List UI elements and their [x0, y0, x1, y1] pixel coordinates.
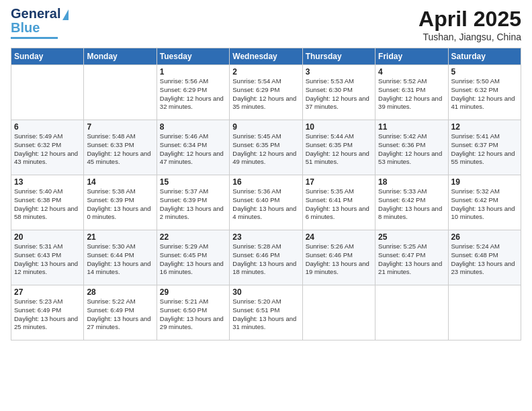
day-info: Sunrise: 5:56 AMSunset: 6:29 PMDaylight:…: [160, 77, 226, 111]
day-info: Sunrise: 5:54 AMSunset: 6:29 PMDaylight:…: [232, 77, 299, 111]
weekday-header-wednesday: Wednesday: [230, 48, 302, 65]
day-info: Sunrise: 5:21 AMSunset: 6:50 PMDaylight:…: [160, 298, 226, 332]
day-number: 29: [160, 287, 226, 297]
day-number: 28: [87, 287, 153, 297]
calendar-cell: 29Sunrise: 5:21 AMSunset: 6:50 PMDayligh…: [157, 285, 229, 340]
day-number: 21: [87, 232, 153, 242]
calendar-cell: 21Sunrise: 5:30 AMSunset: 6:44 PMDayligh…: [84, 230, 157, 285]
day-number: 19: [451, 177, 518, 187]
subtitle: Tushan, Jiangsu, China: [418, 32, 521, 42]
day-number: 27: [14, 287, 81, 297]
calendar-cell: 20Sunrise: 5:31 AMSunset: 6:43 PMDayligh…: [11, 230, 84, 285]
day-info: Sunrise: 5:33 AMSunset: 6:42 PMDaylight:…: [378, 187, 445, 222]
day-info: Sunrise: 5:44 AMSunset: 6:35 PMDaylight:…: [306, 132, 372, 167]
day-number: 13: [14, 177, 81, 187]
day-info: Sunrise: 5:40 AMSunset: 6:38 PMDaylight:…: [14, 187, 81, 222]
day-number: 1: [160, 67, 226, 77]
calendar-cell: 1Sunrise: 5:56 AMSunset: 6:29 PMDaylight…: [157, 65, 229, 120]
day-number: 14: [87, 177, 153, 187]
week-row-3: 13Sunrise: 5:40 AMSunset: 6:38 PMDayligh…: [11, 175, 521, 230]
calendar-cell: 8Sunrise: 5:46 AMSunset: 6:34 PMDaylight…: [157, 120, 229, 175]
calendar-cell: 18Sunrise: 5:33 AMSunset: 6:42 PMDayligh…: [375, 175, 448, 230]
day-number: 8: [160, 122, 226, 132]
day-number: 5: [451, 67, 518, 77]
calendar-cell: [84, 65, 157, 120]
calendar-cell: [11, 65, 84, 120]
week-row-4: 20Sunrise: 5:31 AMSunset: 6:43 PMDayligh…: [11, 230, 521, 285]
day-info: Sunrise: 5:42 AMSunset: 6:36 PMDaylight:…: [378, 132, 445, 167]
calendar-cell: 5Sunrise: 5:50 AMSunset: 6:32 PMDaylight…: [448, 65, 521, 120]
calendar-cell: 7Sunrise: 5:48 AMSunset: 6:33 PMDaylight…: [84, 120, 157, 175]
calendar-cell: 4Sunrise: 5:52 AMSunset: 6:31 PMDaylight…: [375, 65, 448, 120]
day-number: 18: [378, 177, 445, 187]
day-info: Sunrise: 5:46 AMSunset: 6:34 PMDaylight:…: [160, 132, 226, 167]
day-number: 16: [232, 177, 299, 187]
day-number: 7: [87, 122, 153, 132]
page: General Blue April 2025 Tushan, Jiangsu,…: [0, 0, 532, 411]
calendar-cell: 15Sunrise: 5:37 AMSunset: 6:39 PMDayligh…: [157, 175, 229, 230]
day-info: Sunrise: 5:25 AMSunset: 6:47 PMDaylight:…: [378, 242, 445, 277]
day-number: 6: [14, 122, 81, 132]
day-info: Sunrise: 5:52 AMSunset: 6:31 PMDaylight:…: [378, 77, 445, 111]
header: General Blue April 2025 Tushan, Jiangsu,…: [11, 7, 521, 42]
title-block: April 2025 Tushan, Jiangsu, China: [418, 7, 521, 42]
calendar-cell: 14Sunrise: 5:38 AMSunset: 6:39 PMDayligh…: [84, 175, 157, 230]
day-info: Sunrise: 5:49 AMSunset: 6:32 PMDaylight:…: [14, 132, 81, 167]
day-number: 24: [306, 232, 372, 242]
day-info: Sunrise: 5:36 AMSunset: 6:40 PMDaylight:…: [232, 187, 299, 222]
day-info: Sunrise: 5:31 AMSunset: 6:43 PMDaylight:…: [14, 242, 81, 277]
day-info: Sunrise: 5:20 AMSunset: 6:51 PMDaylight:…: [232, 298, 299, 332]
calendar-cell: 26Sunrise: 5:24 AMSunset: 6:48 PMDayligh…: [448, 230, 521, 285]
day-number: 2: [232, 67, 299, 77]
weekday-header-friday: Friday: [375, 48, 448, 65]
weekday-header-saturday: Saturday: [448, 48, 521, 65]
day-info: Sunrise: 5:28 AMSunset: 6:46 PMDaylight:…: [232, 242, 299, 277]
calendar-cell: 6Sunrise: 5:49 AMSunset: 6:32 PMDaylight…: [11, 120, 84, 175]
day-number: 4: [378, 67, 445, 77]
calendar-cell: 16Sunrise: 5:36 AMSunset: 6:40 PMDayligh…: [230, 175, 302, 230]
main-title: April 2025: [418, 7, 521, 32]
calendar-cell: 3Sunrise: 5:53 AMSunset: 6:30 PMDaylight…: [302, 65, 375, 120]
day-number: 22: [160, 232, 226, 242]
calendar-cell: [448, 285, 521, 340]
calendar-cell: 9Sunrise: 5:45 AMSunset: 6:35 PMDaylight…: [230, 120, 302, 175]
weekday-header-thursday: Thursday: [302, 48, 375, 65]
day-info: Sunrise: 5:45 AMSunset: 6:35 PMDaylight:…: [232, 132, 299, 167]
day-number: 26: [451, 232, 518, 242]
calendar-cell: 23Sunrise: 5:28 AMSunset: 6:46 PMDayligh…: [230, 230, 302, 285]
calendar-cell: 28Sunrise: 5:22 AMSunset: 6:49 PMDayligh…: [84, 285, 157, 340]
calendar-cell: 11Sunrise: 5:42 AMSunset: 6:36 PMDayligh…: [375, 120, 448, 175]
calendar-cell: 10Sunrise: 5:44 AMSunset: 6:35 PMDayligh…: [302, 120, 375, 175]
calendar-cell: 24Sunrise: 5:26 AMSunset: 6:46 PMDayligh…: [302, 230, 375, 285]
day-info: Sunrise: 5:50 AMSunset: 6:32 PMDaylight:…: [451, 77, 518, 111]
calendar-cell: 12Sunrise: 5:41 AMSunset: 6:37 PMDayligh…: [448, 120, 521, 175]
day-info: Sunrise: 5:26 AMSunset: 6:46 PMDaylight:…: [306, 242, 372, 277]
day-info: Sunrise: 5:24 AMSunset: 6:48 PMDaylight:…: [451, 242, 518, 277]
day-number: 25: [378, 232, 445, 242]
day-info: Sunrise: 5:41 AMSunset: 6:37 PMDaylight:…: [451, 132, 518, 167]
weekday-header-sunday: Sunday: [11, 48, 84, 65]
calendar-cell: 22Sunrise: 5:29 AMSunset: 6:45 PMDayligh…: [157, 230, 229, 285]
weekday-header-tuesday: Tuesday: [157, 48, 229, 65]
day-info: Sunrise: 5:32 AMSunset: 6:42 PMDaylight:…: [451, 187, 518, 222]
calendar-cell: 27Sunrise: 5:23 AMSunset: 6:49 PMDayligh…: [11, 285, 84, 340]
logo: General Blue: [11, 7, 69, 39]
calendar-cell: 30Sunrise: 5:20 AMSunset: 6:51 PMDayligh…: [230, 285, 302, 340]
week-row-5: 27Sunrise: 5:23 AMSunset: 6:49 PMDayligh…: [11, 285, 521, 340]
weekday-header-monday: Monday: [84, 48, 157, 65]
calendar-cell: 13Sunrise: 5:40 AMSunset: 6:38 PMDayligh…: [11, 175, 84, 230]
calendar-cell: 17Sunrise: 5:35 AMSunset: 6:41 PMDayligh…: [302, 175, 375, 230]
day-number: 17: [306, 177, 372, 187]
day-info: Sunrise: 5:48 AMSunset: 6:33 PMDaylight:…: [87, 132, 153, 167]
calendar-cell: [302, 285, 375, 340]
day-info: Sunrise: 5:35 AMSunset: 6:41 PMDaylight:…: [306, 187, 372, 222]
day-number: 30: [232, 287, 299, 297]
day-number: 15: [160, 177, 226, 187]
logo-triangle-icon: [62, 9, 69, 20]
day-number: 11: [378, 122, 445, 132]
day-info: Sunrise: 5:53 AMSunset: 6:30 PMDaylight:…: [306, 77, 372, 111]
day-number: 12: [451, 122, 518, 132]
day-number: 10: [306, 122, 372, 132]
day-info: Sunrise: 5:37 AMSunset: 6:39 PMDaylight:…: [160, 187, 226, 222]
day-number: 23: [232, 232, 299, 242]
